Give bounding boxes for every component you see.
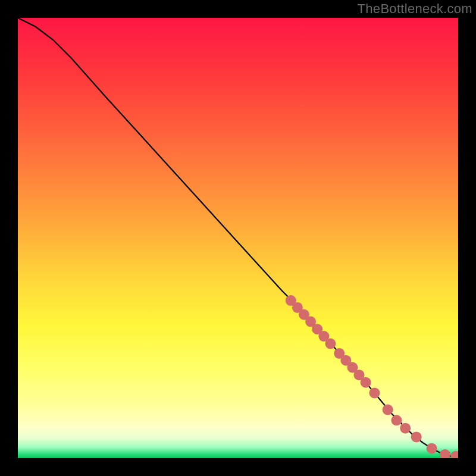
data-point xyxy=(361,377,371,388)
chart-svg xyxy=(18,18,458,458)
watermark-text: TheBottleneck.com xyxy=(358,1,472,17)
data-point xyxy=(369,387,380,398)
data-point xyxy=(383,405,393,415)
plot-area xyxy=(18,18,458,458)
data-point xyxy=(400,423,411,434)
data-point xyxy=(325,339,336,349)
gradient-background xyxy=(18,18,458,458)
chart-container: TheBottleneck.com xyxy=(0,0,476,476)
data-point xyxy=(391,415,402,425)
data-point xyxy=(427,443,437,454)
data-point xyxy=(411,431,422,442)
